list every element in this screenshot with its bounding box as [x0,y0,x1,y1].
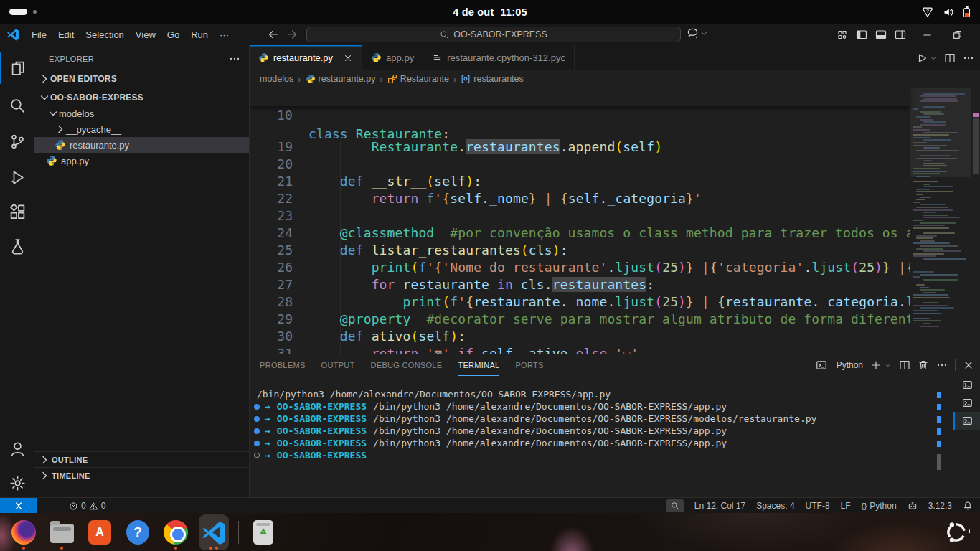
breadcrumb-modelos[interactable]: modelos [260,74,293,84]
breadcrumb-restaurante.py[interactable]: restaurante.py [306,74,376,84]
menu-go[interactable]: Go [161,27,185,42]
kill-terminal-icon[interactable] [918,359,929,371]
code-line-26[interactable]: 26 print(f'{'Nome do restaurante'.ljust(… [250,259,980,276]
dock-item-files[interactable] [47,514,77,550]
panel-tab-problems[interactable]: PROBLEMS [260,354,306,376]
customize-layout-icon[interactable] [837,29,848,40]
back-icon[interactable] [267,29,278,40]
dock-item-vscode[interactable] [199,514,229,550]
code-line-22[interactable]: 22 return f'{self._nome} | {self._catego… [250,190,980,207]
editor-scrollbar[interactable] [971,88,980,354]
forward-icon[interactable] [287,29,298,40]
chevron-down-icon[interactable] [930,55,937,62]
copilot-status-icon[interactable] [908,501,918,511]
close-tab-icon[interactable] [343,53,353,63]
code-line-24[interactable]: 24 @classmethod #por convenção usamos o … [250,225,980,242]
chevron-down-icon[interactable] [700,29,708,37]
screencast-zoom-button[interactable] [666,499,684,512]
dock-item-firefox[interactable] [9,514,39,550]
code-line-20[interactable]: 20 [250,156,980,173]
tab-restaurante-cpython-312-pyc[interactable]: restaurante.cpython-312.pyc [423,45,575,70]
system-clock[interactable]: 4 de out 11:05 [0,0,980,24]
scrollbar-thumb[interactable] [973,118,979,174]
menu-view[interactable]: View [130,27,161,42]
dock-item-trash[interactable] [248,514,278,550]
split-terminal-icon[interactable] [899,359,910,371]
activitybar-search[interactable] [0,90,34,121]
system-tray[interactable]: ? [922,0,970,24]
problems-status[interactable]: 0 0 [69,498,105,514]
tab-app-py[interactable]: app.py [362,45,423,70]
sidebar-item-open-editors[interactable]: OPEN EDITORS [34,71,249,87]
copilot-icon[interactable] [687,27,699,39]
outline-section[interactable]: OUTLINE [34,451,249,467]
notifications-bell-icon[interactable] [963,501,973,511]
menu-selection[interactable]: Selection [80,27,129,42]
language-status[interactable]: {} Python [862,501,897,511]
activitybar-source-control[interactable] [0,126,34,157]
panel-tab-debug-console[interactable]: DEBUG CONSOLE [371,354,443,376]
new-terminal-icon[interactable] [870,359,882,371]
breadcrumb-restaurante[interactable]: Restaurante [387,74,449,84]
cursor-position[interactable]: Ln 12, Col 17 [694,501,745,511]
activitybar-settings[interactable] [0,467,34,499]
explorer-more-actions-icon[interactable] [229,53,240,65]
menu-more[interactable]: ··· [214,27,235,42]
code-editor[interactable]: 19 Restaurante.restaurantes.append(self)… [250,88,980,354]
encoding-status[interactable]: UTF-8 [806,501,830,511]
terminal-instance-1[interactable] [953,376,980,394]
python-version-status[interactable]: 3.12.3 [928,501,952,511]
sidebar-item-modelos[interactable]: modelos [34,105,249,121]
code-line-29[interactable]: 29 @property #decorator serve para mostr… [250,311,980,328]
timeline-section[interactable]: TIMELINE [34,467,249,483]
editor-more-actions-icon[interactable] [963,52,974,64]
code-line-25[interactable]: 25 def listar_restaurantes(cls): [250,242,980,259]
minimize-button[interactable] [922,29,933,40]
dock-item-chrome[interactable] [161,514,191,550]
dock-item-help[interactable]: ? [123,514,153,550]
toggle-sidebar-icon[interactable] [856,29,867,40]
toggle-secondary-sidebar-icon[interactable] [895,29,906,40]
split-editor-icon[interactable] [944,52,956,64]
restore-button[interactable] [952,29,963,40]
sticky-scroll-line[interactable]: 10 class Restaurante: [250,88,910,106]
panel-tab-ports[interactable]: PORTS [515,354,543,376]
code-line-28[interactable]: 28 print(f'{restaurante._nome.ljust(25)}… [250,293,980,311]
minimap[interactable] [910,88,971,354]
menu-run[interactable]: Run [185,27,214,42]
sidebar-item-app-py[interactable]: app.py [34,153,249,169]
run-python-file-icon[interactable] [916,52,928,64]
toggle-panel-icon[interactable] [875,29,887,40]
sidebar-item-oo-sabor-express[interactable]: OO-SABOR-EXPRESS [34,90,249,105]
code-line-27[interactable]: 27 for restaurante in cls.restaurantes: [250,276,980,293]
remote-indicator[interactable] [0,498,37,514]
activitybar-extensions[interactable] [0,196,34,227]
menu-file[interactable]: File [26,27,52,42]
code-line-23[interactable]: 23 [250,207,980,225]
panel-tab-output[interactable]: OUTPUT [321,354,355,376]
eol-status[interactable]: LF [841,501,851,511]
activitybar-run-debug[interactable] [0,161,34,193]
dock-item-app-center[interactable]: A [85,514,115,550]
command-center-search[interactable]: OO-SABOR-EXPRESS [306,27,681,42]
sidebar-item-restaurante-py[interactable]: restaurante.py [34,137,249,153]
activitybar-explorer[interactable] [0,52,34,84]
tab-restaurante-py[interactable]: restaurante.py [250,45,362,70]
indentation-status[interactable]: Spaces: 4 [756,501,794,511]
ubuntu-logo-icon[interactable] [943,519,970,546]
code-line-30[interactable]: 30 def ativo(self): [250,328,980,345]
code-line-21[interactable]: 21 def __str__(self): [250,173,980,190]
terminal-instance-3[interactable] [953,412,980,430]
code-line-31[interactable]: 31 return '⊠' if self._ativo else '☐' [250,345,980,354]
breadcrumb-restaurantes[interactable]: restaurantes [461,74,523,84]
activitybar-accounts[interactable] [0,433,34,464]
close-panel-icon[interactable] [963,359,974,371]
menu-edit[interactable]: Edit [52,27,80,42]
chevron-down-icon[interactable] [885,362,892,369]
panel-more-actions-icon[interactable] [936,359,948,371]
terminal-output[interactable]: /bin/python3 /home/alexandre/Documentos/… [250,388,924,461]
sidebar-item--pycache-[interactable]: __pycache__ [34,121,249,137]
activitybar-testing[interactable] [0,230,34,262]
terminal-instance-2[interactable] [953,394,980,412]
panel-tab-terminal[interactable]: TERMINAL [458,354,499,376]
